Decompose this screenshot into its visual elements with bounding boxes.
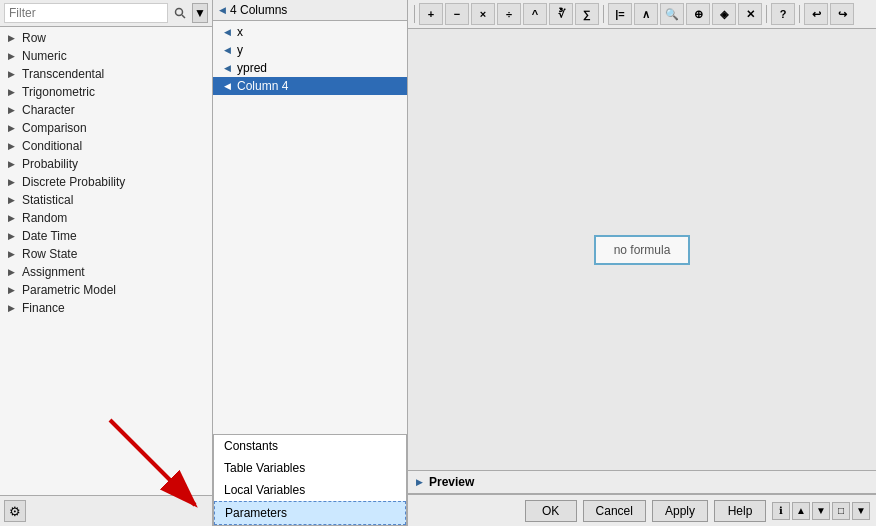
category-item-statistical[interactable]: ▶Statistical — [0, 191, 212, 209]
category-arrow-finance: ▶ — [8, 303, 18, 313]
up-icon-btn[interactable]: ▲ — [792, 502, 810, 520]
category-label-trigonometric: Trigonometric — [22, 85, 95, 99]
small-arrow-btn[interactable]: ▼ — [852, 502, 870, 520]
category-arrow-random: ▶ — [8, 213, 18, 223]
category-arrow-row: ▶ — [8, 33, 18, 43]
column-item-col-y[interactable]: ◀y — [213, 41, 407, 59]
category-item-date-time[interactable]: ▶Date Time — [0, 227, 212, 245]
special-btn[interactable]: ⊕ — [686, 3, 710, 25]
checkbox-btn[interactable]: □ — [832, 502, 850, 520]
col-icon-col-4: ◀ — [221, 80, 233, 92]
assign-btn[interactable]: |= — [608, 3, 632, 25]
redo-btn[interactable]: ↪ — [830, 3, 854, 25]
filter-dropdown-btn[interactable]: ▼ — [192, 3, 208, 23]
search-icon[interactable] — [172, 5, 188, 21]
category-item-comparison[interactable]: ▶Comparison — [0, 119, 212, 137]
column-item-col-4[interactable]: ◀Column 4 — [213, 77, 407, 95]
preview-bar: ▶ Preview — [408, 470, 876, 494]
formula-area: no formula — [408, 29, 876, 470]
category-label-assignment: Assignment — [22, 265, 85, 279]
no-formula-box: no formula — [594, 235, 691, 265]
category-label-character: Character — [22, 103, 75, 117]
apply-button[interactable]: Apply — [652, 500, 708, 522]
plus-btn[interactable]: + — [419, 3, 443, 25]
right-panel: +−×÷^∛∑|=∧🔍⊕◈✕?↩↪ no formula ▶ Preview O… — [408, 0, 876, 526]
power-btn[interactable]: ^ — [523, 3, 547, 25]
category-arrow-row-state: ▶ — [8, 249, 18, 259]
category-item-transcendental[interactable]: ▶Transcendental — [0, 65, 212, 83]
category-item-discrete-probability[interactable]: ▶Discrete Probability — [0, 173, 212, 191]
category-item-random[interactable]: ▶Random — [0, 209, 212, 227]
category-label-date-time: Date Time — [22, 229, 77, 243]
category-item-row[interactable]: ▶Row — [0, 29, 212, 47]
sum-btn[interactable]: ∑ — [575, 3, 599, 25]
dropdown-item-constants[interactable]: Constants — [214, 435, 406, 457]
category-label-comparison: Comparison — [22, 121, 87, 135]
filter-input[interactable] — [4, 3, 168, 23]
info-icon-btn[interactable]: ℹ — [772, 502, 790, 520]
category-item-probability[interactable]: ▶Probability — [0, 155, 212, 173]
column-item-col-ypred[interactable]: ◀ypred — [213, 59, 407, 77]
divide-btn[interactable]: ÷ — [497, 3, 521, 25]
category-label-probability: Probability — [22, 157, 78, 171]
table-vars-dropdown-list: ConstantsTable VariablesLocal VariablesP… — [213, 434, 407, 526]
categories-list: ▶Row▶Numeric▶Transcendental▶Trigonometri… — [0, 27, 212, 495]
middle-panel: ◀ 4 Columns ◀x◀y◀ypred◀Column 4 Table Va… — [213, 0, 408, 526]
category-label-conditional: Conditional — [22, 139, 82, 153]
category-item-numeric[interactable]: ▶Numeric — [0, 47, 212, 65]
column-item-col-x[interactable]: ◀x — [213, 23, 407, 41]
undo-btn[interactable]: ↩ — [804, 3, 828, 25]
toolbar-sep3 — [766, 5, 767, 23]
category-label-random: Random — [22, 211, 67, 225]
preview-label: Preview — [429, 475, 474, 489]
category-item-character[interactable]: ▶Character — [0, 101, 212, 119]
category-arrow-probability: ▶ — [8, 159, 18, 169]
category-arrow-transcendental: ▶ — [8, 69, 18, 79]
preview-expand-arrow[interactable]: ▶ — [416, 477, 423, 487]
category-label-transcendental: Transcendental — [22, 67, 104, 81]
and-btn[interactable]: ∧ — [634, 3, 658, 25]
bottom-icons: ℹ ▲ ▼ □ ▼ — [772, 502, 870, 520]
down-icon-btn[interactable]: ▼ — [812, 502, 830, 520]
category-label-parametric-model: Parametric Model — [22, 283, 116, 297]
multiply-btn[interactable]: × — [471, 3, 495, 25]
dropdown-item-local-variables[interactable]: Local Variables — [214, 479, 406, 501]
category-arrow-assignment: ▶ — [8, 267, 18, 277]
col-icon-col-x: ◀ — [221, 26, 233, 38]
col-label-col-ypred: ypred — [237, 61, 267, 75]
categories-panel: ▼ ▶Row▶Numeric▶Transcendental▶Trigonomet… — [0, 0, 213, 526]
category-arrow-discrete-probability: ▶ — [8, 177, 18, 187]
category-label-statistical: Statistical — [22, 193, 73, 207]
bottom-bar: OK Cancel Apply Help ℹ ▲ ▼ □ ▼ — [408, 494, 876, 526]
category-label-numeric: Numeric — [22, 49, 67, 63]
category-item-trigonometric[interactable]: ▶Trigonometric — [0, 83, 212, 101]
category-item-parametric-model[interactable]: ▶Parametric Model — [0, 281, 212, 299]
filter-bar: ▼ — [0, 0, 212, 27]
help-button[interactable]: Help — [714, 500, 766, 522]
col-label-col-x: x — [237, 25, 243, 39]
category-label-row-state: Row State — [22, 247, 77, 261]
grid-btn[interactable]: ◈ — [712, 3, 736, 25]
cancel-button[interactable]: Cancel — [583, 500, 646, 522]
category-label-row: Row — [22, 31, 46, 45]
category-item-row-state[interactable]: ▶Row State — [0, 245, 212, 263]
category-arrow-trigonometric: ▶ — [8, 87, 18, 97]
cuberoot-btn[interactable]: ∛ — [549, 3, 573, 25]
category-item-assignment[interactable]: ▶Assignment — [0, 263, 212, 281]
gear-button[interactable]: ⚙ — [4, 500, 26, 522]
middle-bottom: Table Variables ▾ ConstantsTable Variabl… — [213, 502, 407, 526]
clear-btn[interactable]: ✕ — [738, 3, 762, 25]
help-toolbar-btn[interactable]: ? — [771, 3, 795, 25]
left-panel-bottom: ⚙ — [0, 495, 212, 526]
col-label-col-4: Column 4 — [237, 79, 288, 93]
dropdown-item-table-variables[interactable]: Table Variables — [214, 457, 406, 479]
category-item-conditional[interactable]: ▶Conditional — [0, 137, 212, 155]
col-icon-col-ypred: ◀ — [221, 62, 233, 74]
search-func-btn[interactable]: 🔍 — [660, 3, 684, 25]
minus-btn[interactable]: − — [445, 3, 469, 25]
ok-button[interactable]: OK — [525, 500, 577, 522]
category-item-finance[interactable]: ▶Finance — [0, 299, 212, 317]
col-label-col-y: y — [237, 43, 243, 57]
dropdown-item-parameters[interactable]: Parameters — [214, 501, 406, 525]
category-arrow-comparison: ▶ — [8, 123, 18, 133]
